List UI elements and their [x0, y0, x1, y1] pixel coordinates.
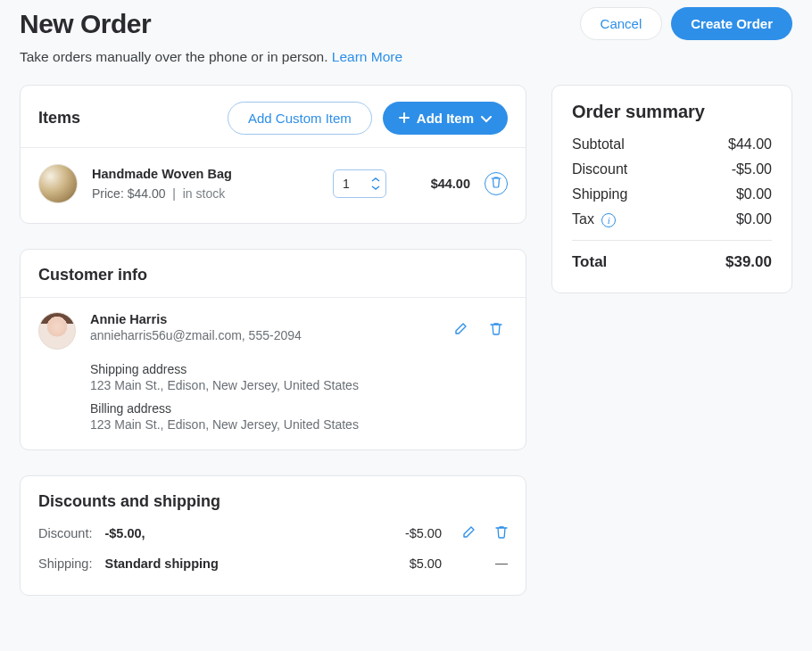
minus-icon [495, 564, 508, 564]
discount-amount: -$5.00 [370, 526, 442, 540]
item-thumbnail [38, 164, 78, 203]
line-total: $44.00 [401, 177, 470, 191]
shipping-amount: $5.00 [370, 556, 442, 571]
items-card: Items Add Custom Item Add Item Handmade … [20, 85, 526, 224]
qty-down-icon[interactable] [371, 185, 380, 191]
summary-discount-value: -$5.00 [732, 161, 772, 177]
summary-title: Order summary [572, 102, 772, 122]
add-item-button[interactable]: Add Item [383, 102, 508, 135]
page-header: New Order Cancel Create Order [20, 7, 792, 40]
tax-label: Tax [572, 211, 594, 227]
customer-card: Customer info Annie Harris annieharris56… [20, 249, 526, 450]
edit-discount-button[interactable] [461, 525, 476, 541]
cancel-button[interactable]: Cancel [580, 7, 663, 40]
billing-address-value: 123 Main St., Edison, New Jersey, United… [90, 417, 508, 432]
create-order-button[interactable]: Create Order [671, 7, 792, 40]
tax-info-button[interactable]: i [601, 213, 616, 227]
total-label: Total [572, 253, 607, 271]
remove-shipping-button[interactable] [495, 556, 508, 572]
total-value: $39.00 [725, 253, 772, 271]
delete-item-button[interactable] [485, 172, 508, 195]
delete-discount-button[interactable] [495, 525, 508, 541]
page-subtitle: Take orders manually over the phone or i… [20, 49, 792, 65]
customer-name: Annie Harris [90, 312, 438, 326]
header-actions: Cancel Create Order [580, 7, 792, 40]
chevron-down-icon [481, 111, 492, 126]
customer-contact: annieharris56u@zmail.com, 555-2094 [90, 328, 438, 342]
delete-customer-button[interactable] [488, 323, 504, 339]
trash-icon [491, 176, 501, 192]
avatar [38, 312, 76, 350]
summary-shipping-value: $0.00 [736, 186, 772, 202]
items-title: Items [38, 109, 80, 128]
item-name: Handmade Woven Bag [92, 167, 319, 181]
summary-divider [572, 240, 772, 241]
pencil-icon [453, 322, 468, 340]
add-custom-item-button[interactable]: Add Custom Item [228, 102, 372, 135]
trash-icon [490, 322, 502, 340]
discounts-title: Discounts and shipping [38, 492, 220, 511]
subtotal-label: Subtotal [572, 136, 625, 152]
subtitle-text: Take orders manually over the phone or i… [20, 49, 332, 64]
item-stock-label: in stock [183, 186, 225, 201]
quantity-stepper[interactable]: 1 [333, 169, 386, 198]
billing-address-label: Billing address [90, 401, 508, 416]
discount-value: -$5.00, [104, 526, 145, 540]
item-price-label: Price: $44.00 [92, 186, 166, 201]
learn-more-link[interactable]: Learn More [332, 49, 402, 64]
plus-icon [399, 111, 410, 126]
summary-shipping-label: Shipping [572, 186, 627, 202]
subtotal-value: $44.00 [728, 136, 772, 152]
qty-up-icon[interactable] [371, 177, 380, 183]
add-item-label: Add Item [417, 111, 474, 126]
pencil-icon [461, 525, 476, 542]
item-row: Handmade Woven Bag Price: $44.00 | in st… [21, 148, 526, 223]
shipping-value: Standard shipping [104, 556, 218, 571]
shipping-address-value: 123 Main St., Edison, New Jersey, United… [90, 378, 508, 392]
shipping-label: Shipping: [38, 556, 92, 571]
tax-value: $0.00 [736, 211, 772, 227]
edit-customer-button[interactable] [452, 323, 468, 339]
page-title: New Order [20, 9, 151, 39]
shipping-address-label: Shipping address [90, 362, 508, 376]
trash-icon [495, 525, 508, 542]
summary-discount-label: Discount [572, 161, 627, 177]
order-summary-card: Order summary Subtotal$44.00 Discount-$5… [551, 85, 792, 293]
quantity-value: 1 [343, 177, 350, 191]
customer-title: Customer info [38, 266, 147, 284]
discounts-card: Discounts and shipping Discount: -$5.00,… [20, 475, 526, 596]
discount-label: Discount: [38, 526, 92, 540]
info-icon: i [608, 215, 610, 226]
